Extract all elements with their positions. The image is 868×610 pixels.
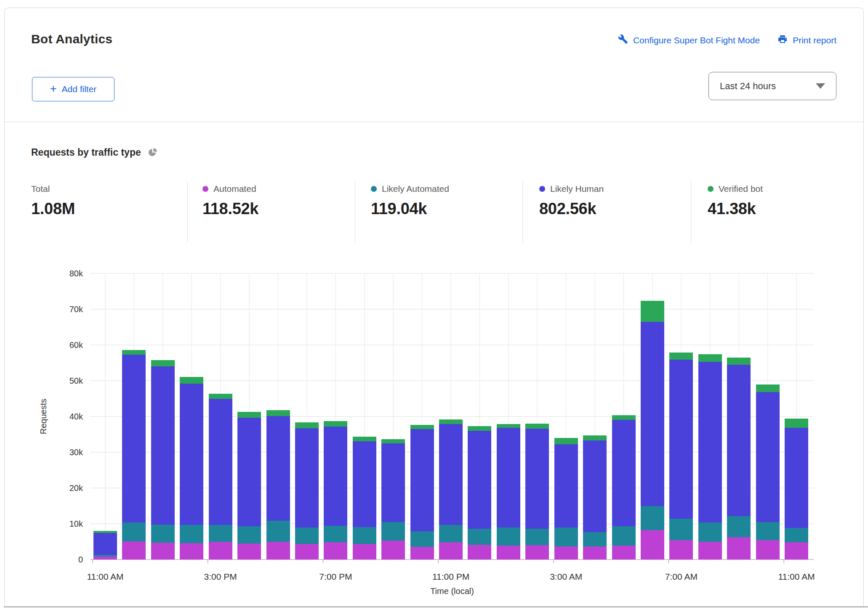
bar-segment-automated[interactable] [641,530,664,560]
bar-segment-likely-automated[interactable] [410,531,434,547]
bar-segment-automated[interactable] [756,540,780,560]
time-range-dropdown[interactable]: Last 24 hours [708,72,836,100]
bar-segment-automated[interactable] [698,542,722,560]
bar-segment-verified-bot[interactable] [410,425,434,429]
bar-segment-automated[interactable] [266,542,290,560]
bar-segment-automated[interactable] [583,546,607,560]
print-report-link[interactable]: Print report [777,34,836,46]
bar-segment-automated[interactable] [209,542,232,560]
bar-segment-likely-human[interactable] [612,420,636,526]
bar-segment-likely-human[interactable] [497,428,520,528]
bar-segment-likely-human[interactable] [151,366,175,525]
bar-segment-automated[interactable] [525,545,549,560]
bar-segment-likely-human[interactable] [237,418,261,526]
bar-segment-likely-human[interactable] [180,384,203,525]
bar-segment-verified-bot[interactable] [468,426,491,431]
bar-segment-automated[interactable] [468,545,491,560]
bar-segment-automated[interactable] [93,557,117,560]
bar-segment-automated[interactable] [669,540,693,560]
bar-segment-likely-human[interactable] [410,429,434,531]
bar-segment-likely-automated[interactable] [583,532,607,546]
bar-segment-likely-automated[interactable] [122,522,146,541]
bar-segment-verified-bot[interactable] [381,439,405,443]
bar-segment-verified-bot[interactable] [295,422,319,428]
bar-segment-likely-automated[interactable] [756,522,780,540]
bar-segment-automated[interactable] [785,542,808,560]
stat-likely-automated[interactable]: Likely Automated 119.04k [371,184,449,218]
bar-segment-automated[interactable] [554,546,578,560]
bar-segment-automated[interactable] [151,543,175,560]
requests-by-traffic-type-chart[interactable]: 010k20k30k40k50k60k70k80k11:00 AM3:00 PM… [0,252,868,610]
bar-segment-automated[interactable] [727,537,751,560]
bar-segment-likely-automated[interactable] [295,528,319,544]
bar-segment-likely-human[interactable] [353,441,376,527]
bar-segment-likely-automated[interactable] [727,516,751,537]
bar-segment-likely-automated[interactable] [180,525,203,543]
bar-segment-likely-human[interactable] [583,440,607,532]
stat-likely-human[interactable]: Likely Human 802.56k [539,184,604,218]
bar-segment-automated[interactable] [439,542,463,560]
bar-segment-verified-bot[interactable] [525,424,549,429]
bar-segment-likely-human[interactable] [93,533,117,555]
bar-segment-automated[interactable] [410,547,434,560]
bar-segment-likely-human[interactable] [266,416,290,521]
bar-segment-verified-bot[interactable] [151,360,175,366]
bar-segment-automated[interactable] [237,544,261,560]
bar-segment-likely-human[interactable] [669,360,693,519]
bar-segment-likely-human[interactable] [785,428,808,528]
bar-segment-likely-human[interactable] [468,431,491,529]
bar-segment-automated[interactable] [497,546,520,560]
bar-segment-likely-automated[interactable] [641,506,664,530]
bar-segment-likely-automated[interactable] [353,527,376,544]
bar-segment-likely-automated[interactable] [525,529,549,545]
bar-segment-likely-human[interactable] [324,427,347,526]
bar-segment-automated[interactable] [353,544,376,560]
bar-segment-likely-human[interactable] [698,362,722,522]
bar-segment-verified-bot[interactable] [583,435,607,440]
bar-segment-likely-automated[interactable] [497,528,520,546]
bar-segment-verified-bot[interactable] [266,410,290,416]
bar-segment-verified-bot[interactable] [324,421,347,427]
bar-segment-likely-human[interactable] [122,355,146,522]
pie-chart-icon[interactable] [148,148,157,157]
bar-segment-likely-automated[interactable] [785,528,808,542]
bar-segment-verified-bot[interactable] [698,354,722,362]
bar-segment-likely-automated[interactable] [237,526,261,544]
bar-segment-verified-bot[interactable] [554,438,578,444]
bar-segment-likely-automated[interactable] [209,525,232,542]
bar-segment-likely-automated[interactable] [612,526,636,546]
configure-super-bot-fight-mode-link[interactable]: Configure Super Bot Fight Mode [618,34,760,46]
bar-segment-likely-human[interactable] [525,429,549,529]
bar-segment-verified-bot[interactable] [353,437,376,441]
bar-segment-likely-automated[interactable] [151,525,175,543]
bar-segment-automated[interactable] [612,546,636,560]
stat-automated[interactable]: Automated 118.52k [202,184,258,218]
bar-segment-likely-human[interactable] [554,444,578,528]
bar-segment-likely-human[interactable] [756,392,780,522]
bar-segment-likely-automated[interactable] [439,525,463,543]
bar-segment-likely-automated[interactable] [468,529,491,545]
add-filter-button[interactable]: + Add filter [32,77,114,101]
bar-segment-likely-automated[interactable] [669,519,693,540]
bar-segment-likely-automated[interactable] [698,522,722,542]
bar-segment-verified-bot[interactable] [727,358,751,365]
bar-segment-likely-automated[interactable] [266,521,290,542]
bar-segment-verified-bot[interactable] [439,419,463,424]
bar-segment-verified-bot[interactable] [612,415,636,420]
bar-segment-verified-bot[interactable] [785,419,808,428]
bar-segment-verified-bot[interactable] [497,424,520,428]
bar-segment-automated[interactable] [295,544,319,560]
bar-segment-verified-bot[interactable] [641,301,664,322]
bar-segment-verified-bot[interactable] [93,531,117,533]
bar-segment-verified-bot[interactable] [756,385,780,392]
bar-segment-verified-bot[interactable] [209,394,232,399]
bar-segment-likely-human[interactable] [209,399,232,525]
bar-segment-likely-human[interactable] [381,443,405,522]
bar-segment-automated[interactable] [381,541,405,560]
bar-segment-likely-human[interactable] [727,365,751,516]
bar-segment-automated[interactable] [122,541,146,560]
bar-segment-verified-bot[interactable] [180,377,203,384]
bar-segment-likely-human[interactable] [439,424,463,525]
bar-segment-likely-automated[interactable] [93,555,117,557]
bar-segment-verified-bot[interactable] [669,353,693,360]
